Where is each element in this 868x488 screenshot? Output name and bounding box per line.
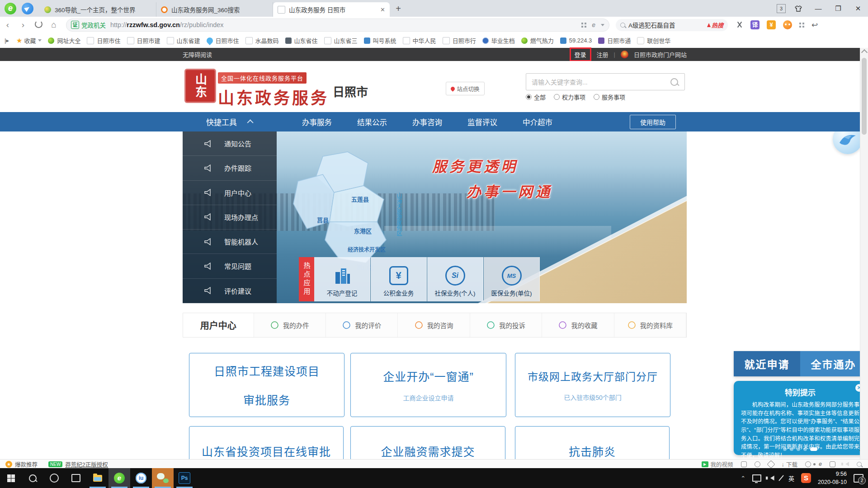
dot[interactable] xyxy=(790,447,793,451)
skin-icon[interactable] xyxy=(788,0,808,17)
quick-menu-item[interactable]: 常见问题 xyxy=(183,254,277,278)
cortana-button[interactable] xyxy=(43,468,65,488)
hot-search-query[interactable]: A级逃犯石磊自首 xyxy=(628,20,707,29)
download-button[interactable]: ↓下载 xyxy=(782,460,798,469)
no-trace-glasses-icon[interactable] xyxy=(805,461,811,467)
card-construction-approval[interactable]: 日照市工程建设项目 审批服务 xyxy=(189,353,344,417)
browser-360-button[interactable]: e xyxy=(108,468,130,488)
promo-label[interactable]: 爆款推荐 xyxy=(15,460,38,469)
search-icon[interactable] xyxy=(670,78,678,86)
wechat-button[interactable] xyxy=(152,468,174,488)
bookmark-item[interactable]: 日照市通 xyxy=(592,36,631,45)
window-split-icon[interactable] xyxy=(830,461,835,467)
translate-icon[interactable]: 译 xyxy=(750,20,760,29)
compat-e-icon[interactable]: e xyxy=(592,21,595,28)
sogou-input-icon[interactable]: S xyxy=(801,473,811,483)
apps-grid-icon[interactable] xyxy=(799,23,804,28)
favorites-label[interactable]: 收藏 xyxy=(24,36,36,45)
citywide-service-button[interactable]: 全市通办 xyxy=(800,351,867,376)
browser-360-logo-icon[interactable]: e xyxy=(5,3,16,14)
bookmark-item[interactable]: 日照市建 xyxy=(121,36,160,45)
bookmark-item[interactable]: 日照市行 xyxy=(436,36,476,45)
tab-user-center-active[interactable]: 用户中心 xyxy=(183,313,254,337)
minimize-button[interactable]: — xyxy=(808,0,828,17)
quick-menu-item[interactable]: 通知公告 xyxy=(183,131,277,156)
bookmark-item[interactable]: 毕业生档 xyxy=(476,36,515,45)
dot[interactable] xyxy=(783,447,787,451)
maximize-button[interactable]: ❐ xyxy=(828,0,848,17)
volume-icon[interactable] xyxy=(768,476,774,481)
bookmark-item[interactable]: 山东省住 xyxy=(279,36,318,45)
reading-grid-icon[interactable] xyxy=(581,23,586,28)
nav-item[interactable]: 办事服务 xyxy=(302,117,332,127)
user-tab[interactable]: 我的评价 xyxy=(326,313,398,337)
dot[interactable] xyxy=(797,447,800,451)
browser-search-box[interactable]: A级逃犯石磊自首 热搜 xyxy=(616,19,728,31)
dot[interactable] xyxy=(803,447,807,451)
accessibility-link[interactable]: 无障碍阅读 xyxy=(183,50,212,59)
site-search-box[interactable]: 请输入关键字查询... xyxy=(526,73,685,90)
map-label[interactable]: 莒县 xyxy=(317,216,329,224)
forward-icon[interactable]: › xyxy=(15,20,31,30)
nav-item[interactable]: 中介超市 xyxy=(523,117,552,127)
help-button[interactable]: 使用帮助 xyxy=(630,115,676,129)
url-text[interactable]: http://rzzwfw.sd.gov.cn/rz/public/index xyxy=(110,21,224,28)
card-enterprise-one-window[interactable]: 企业开办“一窗通” 工商企业设立申请 xyxy=(350,353,506,417)
quick-menu-item[interactable]: 用户中心 xyxy=(183,181,277,205)
photoshop-button[interactable]: Ps xyxy=(174,468,195,488)
quick-menu-item[interactable]: 智能机器人 xyxy=(183,230,277,254)
bookmark-item[interactable]: 网址大全 xyxy=(57,36,80,45)
browser-tab-active[interactable]: 山东政务服务 日照市 ✕ xyxy=(273,2,390,17)
quick-menu-item[interactable]: 评价建议 xyxy=(183,279,277,303)
bookmark-item[interactable]: 山东省建 xyxy=(160,36,200,45)
app-tile-housing-fund[interactable]: ¥ 公积金业务 xyxy=(371,257,427,301)
app-tile-social-insurance[interactable]: Si 社保业务(个人) xyxy=(427,257,483,301)
login-link[interactable]: 登录 xyxy=(570,47,591,61)
bookmark-item[interactable]: 水晶数码 xyxy=(239,36,279,45)
close-button[interactable]: ✕ xyxy=(848,0,868,17)
scope-radio[interactable]: 服务事项 xyxy=(594,93,625,101)
map-label-vertical[interactable]: 山海天旅游度假区 xyxy=(395,192,403,236)
notification-center-icon[interactable]: 2 xyxy=(854,474,863,483)
bookmark-item[interactable]: 联创世华 xyxy=(631,36,670,45)
site-type-label[interactable]: 党政机关 xyxy=(81,20,106,29)
bookmark-item[interactable]: 日照市住 xyxy=(200,36,239,45)
card-department-halls[interactable]: 市级网上政务大厅部门分厅 已入驻市级50个部门 xyxy=(515,353,670,417)
map-label[interactable]: 东港区 xyxy=(354,226,372,235)
bookmark-item[interactable]: 山东省三 xyxy=(318,36,358,45)
task-view-button[interactable] xyxy=(65,468,87,488)
map-label[interactable]: 经济技术开发区 xyxy=(348,245,386,253)
boost-rocket-icon[interactable] xyxy=(767,460,775,468)
cert-badge-icon[interactable]: 证 xyxy=(71,21,79,29)
tray-expand-icon[interactable]: ⌃ xyxy=(741,475,745,482)
mute-speaker-icon[interactable] xyxy=(843,462,849,466)
hot-search-badge[interactable]: 热搜 xyxy=(707,21,723,29)
user-tab[interactable]: 我的办件 xyxy=(254,313,326,337)
speed-icon[interactable] xyxy=(755,461,760,467)
screenshot-scissors-icon[interactable] xyxy=(736,21,743,28)
site-switch-button[interactable]: 站点切换 xyxy=(446,82,485,95)
scope-radio[interactable]: 全部 xyxy=(526,93,546,101)
favorites-chevron-icon[interactable] xyxy=(38,39,42,43)
address-bar[interactable]: 证 党政机关 http://rzzwfw.sd.gov.cn/rz/public… xyxy=(66,19,609,32)
app-tile-medical-insurance[interactable]: MS 医保业务(单位) xyxy=(484,257,540,301)
home-icon[interactable]: ⌂ xyxy=(46,20,61,30)
bookmark-item[interactable]: 燃气热力 xyxy=(515,36,554,45)
taskbar-clock[interactable]: 9:56 2020-08-10 xyxy=(818,470,847,486)
app-tile-real-estate[interactable]: 不动产登记 xyxy=(314,257,370,301)
back-icon[interactable]: ‹ xyxy=(0,20,15,30)
user-tab[interactable]: 我的资料库 xyxy=(614,313,686,337)
iu-app-button[interactable]: iu xyxy=(130,468,152,488)
nav-quick-tools[interactable]: 快捷工具 xyxy=(183,112,277,131)
my-videos-button[interactable]: ▶ 我的视频 xyxy=(702,460,733,469)
scrollbar-thumb[interactable] xyxy=(862,58,867,135)
bookmark-item[interactable]: 叫号系统 xyxy=(358,36,396,45)
wallet-icon[interactable]: ¥ xyxy=(767,20,776,29)
start-button[interactable] xyxy=(0,468,22,488)
user-tab[interactable]: 我的投诉 xyxy=(470,313,542,337)
input-language-indicator[interactable]: 英 xyxy=(788,474,794,483)
portal-link[interactable]: 日照市政府门户网站 xyxy=(634,50,687,59)
radio-icon[interactable] xyxy=(594,94,599,100)
network-icon[interactable] xyxy=(752,474,761,482)
radio-icon[interactable] xyxy=(526,94,532,100)
